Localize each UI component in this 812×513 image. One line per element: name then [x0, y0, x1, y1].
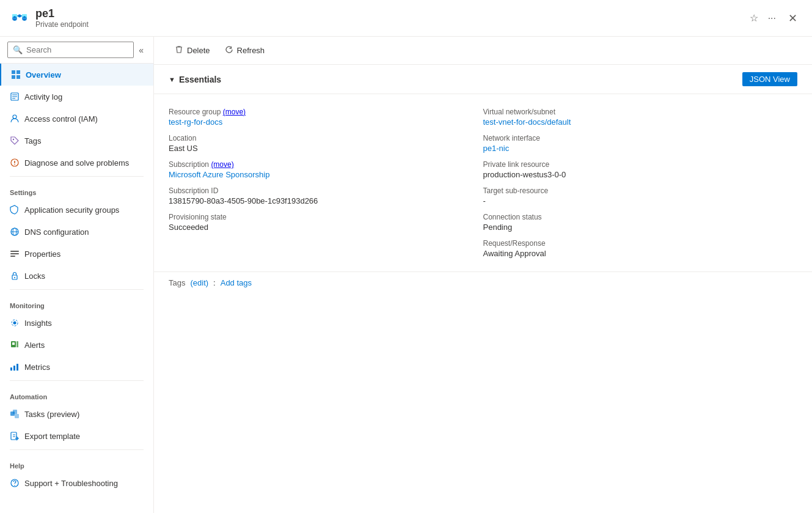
refresh-button[interactable]: Refresh	[219, 42, 271, 59]
access-control-icon	[10, 114, 20, 124]
automation-section-label: Automation	[0, 383, 153, 403]
sidebar-item-label: Application security groups	[24, 205, 119, 215]
network-interface-value-link[interactable]: pe1-nic	[483, 144, 510, 153]
diagnose-icon	[10, 158, 20, 168]
automation-divider	[10, 380, 144, 381]
subscription-value-link[interactable]: Microsoft Azure Sponsorship	[169, 170, 269, 179]
vnet-subnet-value-link[interactable]: test-vnet-for-docs/default	[483, 117, 571, 127]
svg-rect-34	[16, 364, 18, 371]
sidebar-item-label: Tasks (preview)	[24, 410, 79, 419]
sidebar-item-app-security-groups[interactable]: Application security groups	[0, 199, 153, 221]
resource-group-value-link[interactable]: test-rg-for-docs	[169, 117, 222, 127]
connection-status-value: Pending	[483, 223, 798, 232]
export-icon	[10, 431, 20, 441]
sidebar-item-label: Export template	[24, 432, 80, 441]
svg-rect-37	[15, 414, 19, 418]
content-area: Delete Refresh ▼ Essentials JSON View	[154, 37, 812, 513]
sidebar-item-tasks[interactable]: Tasks (preview)	[0, 403, 153, 425]
alerts-icon	[10, 340, 20, 350]
sidebar-item-label: Tags	[24, 136, 41, 146]
sidebar-item-dns-configuration[interactable]: DNS configuration	[0, 221, 153, 243]
sidebar-item-export-template[interactable]: Export template	[0, 425, 153, 447]
sidebar-item-insights[interactable]: Insights	[0, 312, 153, 334]
sidebar-item-alerts[interactable]: Alerts	[0, 334, 153, 356]
sidebar-item-label: Properties	[24, 249, 60, 259]
svg-rect-33	[13, 366, 15, 371]
chevron-down-icon: ▼	[169, 76, 175, 83]
left-properties: Resource group (move) test-rg-for-docs L…	[169, 104, 483, 262]
tasks-icon	[10, 409, 20, 419]
prop-provisioning-state: Provisioning state Succeeded	[169, 209, 483, 235]
insights-icon	[10, 318, 20, 328]
sidebar-item-label: Locks	[24, 271, 45, 281]
activity-log-icon	[10, 92, 20, 101]
tags-add-link[interactable]: Add tags	[221, 278, 252, 287]
monitoring-section-label: Monitoring	[0, 292, 153, 312]
sidebar-item-locks[interactable]: Locks	[0, 265, 153, 287]
subscription-id-value: 13815790-80a3-4505-90be-1c93f193d266	[169, 196, 483, 205]
properties-grid: Resource group (move) test-rg-for-docs L…	[154, 94, 812, 272]
svg-point-26	[14, 277, 15, 278]
sidebar-item-label: Insights	[24, 319, 52, 328]
subscription-move-link[interactable]: (move)	[211, 160, 233, 169]
svg-rect-30	[12, 342, 15, 345]
prop-location: Location East US	[169, 130, 483, 157]
monitoring-divider	[10, 289, 144, 290]
svg-rect-24	[10, 256, 15, 257]
metrics-icon	[10, 362, 20, 372]
right-properties: Virtual network/subnet test-vnet-for-doc…	[483, 104, 798, 262]
title-area: pe1 Private endpoint	[35, 7, 747, 29]
search-input[interactable]	[26, 45, 128, 54]
sidebar-item-overview[interactable]: Overview	[0, 64, 153, 86]
properties-icon	[10, 249, 20, 259]
support-icon	[10, 478, 20, 488]
toolbar: Delete Refresh	[154, 37, 812, 65]
prop-target-sub-resource: Target sub-resource -	[483, 183, 798, 209]
svg-point-15	[13, 139, 14, 140]
prop-subscription-id: Subscription ID 13815790-80a3-4505-90be-…	[169, 183, 483, 209]
svg-point-5	[18, 14, 21, 17]
sidebar-item-metrics[interactable]: Metrics	[0, 356, 153, 378]
prop-private-link-resource: Private link resource production-westus3…	[483, 157, 798, 183]
sidebar-item-label: Metrics	[24, 363, 50, 372]
json-view-button[interactable]: JSON View	[742, 72, 797, 86]
sidebar-item-tags[interactable]: Tags	[0, 130, 153, 152]
sidebar-item-label: Support + Troubleshooting	[24, 479, 118, 488]
location-value: East US	[169, 144, 483, 153]
prop-connection-status: Connection status Pending	[483, 209, 798, 235]
sidebar-item-properties[interactable]: Properties	[0, 243, 153, 265]
provisioning-state-value: Succeeded	[169, 223, 483, 232]
sidebar-item-support[interactable]: Support + Troubleshooting	[0, 472, 153, 494]
close-button[interactable]: ✕	[783, 9, 802, 28]
sidebar-item-label: Alerts	[24, 341, 45, 350]
svg-rect-31	[16, 341, 18, 347]
locks-icon	[10, 271, 20, 281]
prop-vnet-subnet: Virtual network/subnet test-vnet-for-doc…	[483, 104, 798, 130]
dns-icon	[10, 227, 20, 237]
help-divider	[10, 449, 144, 450]
sidebar-item-activity-log[interactable]: Activity log	[0, 86, 153, 108]
collapse-sidebar-button[interactable]: «	[136, 43, 146, 57]
favorite-icon[interactable]: ☆	[747, 10, 761, 26]
request-response-value: Awaiting Approval	[483, 249, 798, 258]
app-security-groups-icon	[10, 205, 20, 215]
resource-type: Private endpoint	[35, 20, 747, 29]
svg-point-18	[14, 164, 15, 165]
sidebar-item-access-control[interactable]: Access control (IAM)	[0, 108, 153, 130]
svg-rect-32	[10, 367, 12, 371]
essentials-title[interactable]: ▼ Essentials	[169, 75, 221, 84]
sidebar-item-label: Overview	[26, 70, 61, 79]
more-options-icon[interactable]: ···	[766, 10, 778, 26]
essentials-header: ▼ Essentials JSON View	[154, 65, 812, 94]
sidebar-item-label: Activity log	[24, 92, 62, 101]
search-container[interactable]: 🔍	[7, 42, 134, 58]
delete-button[interactable]: Delete	[169, 42, 216, 59]
sidebar-item-diagnose[interactable]: Diagnose and solve problems	[0, 152, 153, 174]
tags-icon	[10, 136, 20, 146]
resource-icon	[10, 9, 29, 28]
settings-divider	[10, 176, 144, 177]
resource-group-move-link[interactable]: (move)	[223, 108, 246, 116]
target-sub-resource-value: -	[483, 196, 798, 205]
prop-network-interface: Network interface pe1-nic	[483, 130, 798, 157]
tags-edit-link[interactable]: (edit)	[190, 278, 208, 287]
